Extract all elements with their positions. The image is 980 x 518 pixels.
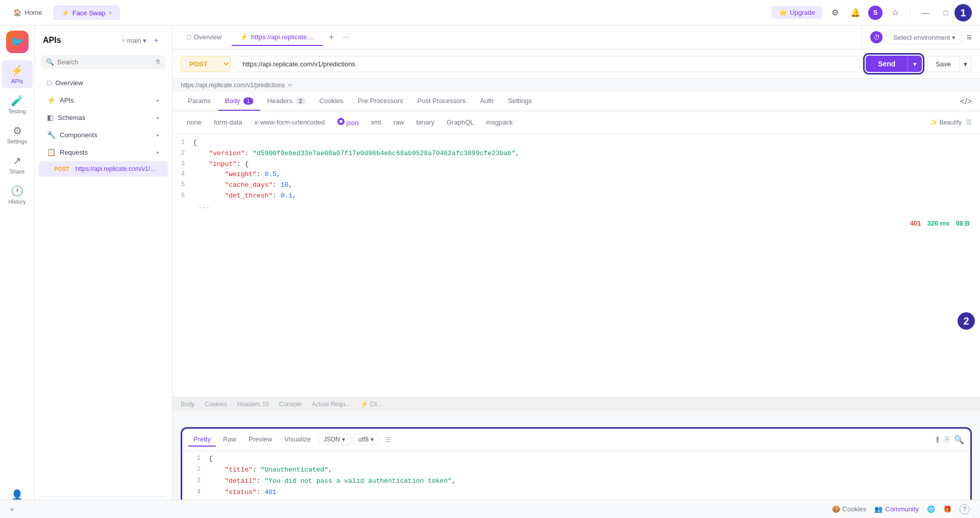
step2-badge: 2: [958, 312, 975, 330]
env-select[interactable]: Select environment ▾: [887, 31, 962, 44]
home-icon: 🏠: [13, 9, 21, 16]
add-item-button[interactable]: ＋: [149, 33, 164, 48]
home-tab-label: Home: [24, 9, 42, 16]
body-type-none[interactable]: none: [181, 116, 208, 129]
avatar[interactable]: S: [868, 6, 883, 20]
upgrade-label: Upgrade: [790, 9, 815, 16]
sidebar-item-settings[interactable]: ⚙ Settings: [2, 120, 33, 149]
minimize-button[interactable]: —: [918, 5, 933, 20]
settings-tab-label: Settings: [508, 97, 532, 105]
bottom-left: «: [10, 505, 14, 513]
overview-icon: □: [47, 79, 51, 87]
share-icon: ↗: [13, 155, 21, 167]
sidebar-item-testing[interactable]: 🧪 Testing: [2, 90, 33, 118]
req-tab-body[interactable]: Body 1: [218, 92, 260, 111]
app-logo: 🐦: [6, 31, 29, 53]
tab-close-icon[interactable]: ×: [109, 10, 112, 16]
code-toggle-button[interactable]: </>: [960, 97, 972, 106]
send-dropdown-button[interactable]: ▾: [908, 56, 922, 72]
nav-item-requests[interactable]: 📋 Requests ▸: [39, 144, 168, 160]
community-button[interactable]: 👥 Community: [874, 505, 919, 513]
params-tab-label: Params: [188, 97, 211, 105]
req-tab-settings[interactable]: Settings: [501, 92, 539, 111]
req-tab-auth[interactable]: Auth: [473, 92, 501, 111]
save-button[interactable]: Save: [927, 56, 960, 72]
req-tab-headers[interactable]: Headers 2: [260, 92, 312, 111]
hamburger-button[interactable]: ≡: [966, 32, 972, 43]
nav-item-active-request[interactable]: POST https://api.replicate.com/v1/pr...: [39, 161, 168, 177]
format-icon[interactable]: ☰: [966, 118, 972, 126]
tab-home[interactable]: 🏠 Home: [6, 6, 50, 19]
auth-tab-label: Auth: [480, 97, 494, 105]
body-type-msgpack[interactable]: msgpack: [480, 116, 519, 129]
response-search-icon[interactable]: 🔍: [954, 435, 964, 445]
save-dropdown-button[interactable]: ▾: [960, 56, 972, 72]
body-type-binary[interactable]: binary: [410, 116, 440, 129]
nav-item-overview[interactable]: □ Overview: [39, 75, 168, 91]
send-button[interactable]: Send: [866, 56, 908, 72]
code-line-4: 4 "weight": 0.5,: [173, 169, 980, 180]
res-tab-preview[interactable]: Preview: [243, 433, 277, 447]
collapse-icon[interactable]: «: [10, 505, 14, 513]
body-type-json[interactable]: json: [331, 115, 365, 129]
response-format-icon[interactable]: ☰: [385, 436, 391, 443]
settings-button[interactable]: ⚙: [827, 5, 843, 20]
beautify-button[interactable]: ✨ Beautify: [930, 119, 962, 126]
maximize-button[interactable]: □: [938, 5, 953, 20]
body-type-graphql[interactable]: GraphQL: [440, 116, 480, 129]
cookies-bottom-label[interactable]: 🍪 Cookies: [832, 505, 866, 513]
gift-icon[interactable]: 🎁: [943, 505, 951, 513]
nav-search: 🔍 ⚗: [41, 55, 166, 69]
body-type-raw[interactable]: raw: [387, 116, 410, 129]
branch-label: main: [127, 37, 141, 44]
res-tab-raw[interactable]: Raw: [218, 433, 241, 447]
env-chevron-icon: ▾: [952, 34, 955, 41]
nav-item-apis[interactable]: ⚡ APIs ▸: [39, 92, 168, 108]
format-chevron: ▾: [342, 436, 345, 443]
response-upload-icon[interactable]: ⬆: [934, 435, 941, 445]
format-selector[interactable]: JSON ▾: [318, 434, 351, 445]
response-time: 326 ms: [927, 219, 949, 227]
bell-button[interactable]: 🔔: [848, 5, 863, 20]
response-copy-icon[interactable]: ⎘: [945, 435, 950, 445]
tab-more-button[interactable]: ···: [343, 33, 350, 42]
content-tab-request[interactable]: ⚡ https://api.replicate....: [232, 29, 323, 46]
request-url-text: https://api.replicate.com/v1/pr...: [76, 165, 157, 172]
url-display-bar: https://api.replicate.com/v1/predictions…: [173, 79, 980, 92]
body-type-xml[interactable]: xml: [364, 116, 387, 129]
filter-icon[interactable]: ⚗: [155, 58, 161, 66]
nav-item-schemas[interactable]: ◧ Schemas ▸: [39, 109, 168, 126]
globe-icon[interactable]: 🌐: [927, 505, 935, 513]
body-type-formdata[interactable]: form-data: [208, 116, 249, 129]
code-editor[interactable]: 1 { 2 "version": "d5900f9ebed33e7ae08a07…: [173, 134, 980, 397]
tab-face-swap[interactable]: ⚡ Face Swap ×: [54, 6, 119, 20]
res-tab-visualize[interactable]: Visualize: [279, 433, 316, 447]
sidebar-item-share[interactable]: ↗ Share: [2, 151, 33, 179]
titlebar-right: ⭐ Upgrade ⚙ 🔔 S ☆ — □ ✕: [772, 5, 974, 20]
req-tab-postprocessors[interactable]: Post Processors: [410, 92, 473, 111]
upgrade-button[interactable]: ⭐ Upgrade: [772, 6, 822, 19]
encoding-selector[interactable]: utf8 ▾: [353, 434, 379, 445]
nav-header: APIs ⑂ main ▾ ＋: [35, 26, 172, 55]
method-select[interactable]: POST GET PUT DELETE: [181, 56, 231, 72]
res-tab-pretty[interactable]: Pretty: [188, 433, 216, 447]
nav-item-components[interactable]: 🔧 Components ▸: [39, 127, 168, 143]
content-tab-overview[interactable]: □ Overview: [179, 29, 230, 46]
sidebar-item-apis[interactable]: ⚡ APIs: [2, 60, 33, 88]
code-line-3: 3 "input": {: [173, 159, 980, 170]
testing-icon: 🧪: [11, 94, 23, 107]
req-tab-params[interactable]: Params: [181, 92, 218, 111]
components-expand-icon: ▸: [157, 132, 160, 138]
star-button[interactable]: ☆: [888, 5, 903, 20]
url-edit-icon[interactable]: ✏: [288, 82, 293, 89]
req-tab-preprocessors[interactable]: Pre Processors: [351, 92, 410, 111]
face-swap-tab-label: Face Swap: [72, 9, 106, 17]
help-icon[interactable]: ?: [960, 504, 970, 514]
sidebar-item-history[interactable]: 🕐 History: [2, 181, 33, 209]
search-input[interactable]: [57, 58, 152, 66]
branch-selector[interactable]: ⑂ main ▾: [121, 33, 146, 48]
tab-add-button[interactable]: +: [325, 30, 339, 44]
req-tab-cookies[interactable]: Cookies: [312, 92, 351, 111]
body-type-urlencoded[interactable]: x-www-form-urlencoded: [249, 116, 331, 129]
url-input[interactable]: [236, 56, 861, 72]
